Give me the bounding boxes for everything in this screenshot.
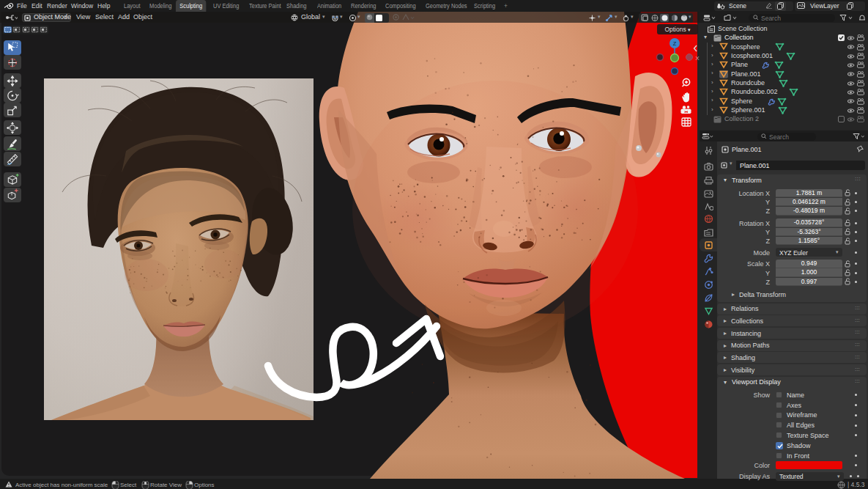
svg-text:Z: Z	[673, 40, 677, 47]
svg-text:X: X	[695, 55, 699, 62]
